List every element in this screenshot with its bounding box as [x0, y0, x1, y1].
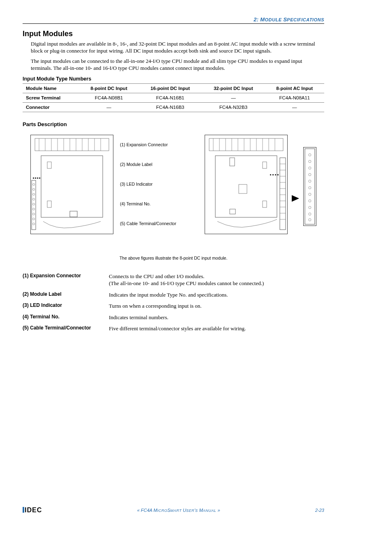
- desc-text: Indicates terminal numbers.: [109, 314, 168, 321]
- svg-point-68: [309, 180, 311, 182]
- footer-center: « FC4A MICROSMART USER'S MANUAL »: [137, 508, 220, 513]
- svg-rect-12: [41, 156, 103, 217]
- svg-rect-46: [230, 209, 235, 214]
- desc-label: (5) Cable Terminal/Connector: [23, 325, 109, 332]
- svg-rect-27: [35, 177, 36, 179]
- cell: FC4A-N08B1: [79, 93, 139, 102]
- svg-point-67: [309, 173, 311, 176]
- svg-point-69: [309, 187, 311, 189]
- intro-para-2: The input modules can be connected to th…: [31, 58, 324, 72]
- footer-text: ANUAL: [203, 509, 217, 513]
- svg-rect-30: [209, 138, 283, 151]
- desc-row: (4) Terminal No. Indicates terminal numb…: [23, 314, 324, 321]
- col-32dc: 32-point DC Input: [202, 83, 265, 93]
- svg-rect-62: [277, 174, 279, 175]
- page-footer: IDEC « FC4A MICROSMART USER'S MANUAL » 2…: [23, 507, 324, 514]
- svg-rect-59: [270, 174, 271, 175]
- svg-point-21: [33, 203, 35, 205]
- svg-point-74: [309, 219, 311, 221]
- desc-line: (The all-in-one 10- and 16-I/O type CPU …: [109, 280, 264, 286]
- parts-description-list: (1) Expansion Connector Connects to the …: [23, 273, 324, 332]
- svg-point-66: [309, 167, 311, 169]
- desc-row: (3) LED Indicator Turns on when a corres…: [23, 302, 324, 310]
- table-row: Screw Terminal FC4A-N08B1 FC4A-N16B1 — F…: [23, 93, 324, 102]
- table-row: Connector — FC4A-N16B3 FC4A-N32B3 —: [23, 102, 324, 112]
- type-numbers-table: Module Name 8-point DC Input 16-point DC…: [23, 83, 324, 112]
- svg-point-72: [309, 206, 311, 209]
- logo-text: IDEC: [25, 507, 42, 514]
- desc-row: (2) Module Label Indicates the input mod…: [23, 291, 324, 299]
- row-name: Connector: [23, 102, 79, 112]
- chapter-rest1: ODULE: [265, 17, 281, 22]
- idec-logo: IDEC: [23, 507, 42, 514]
- table-heading: Input Module Type Numbers: [23, 76, 324, 82]
- module-illustration-right: [205, 135, 288, 234]
- desc-row: (1) Expansion Connector Connects to the …: [23, 273, 324, 287]
- svg-rect-29: [39, 177, 40, 179]
- footer-text: SER: [186, 509, 194, 513]
- svg-point-22: [33, 208, 35, 210]
- svg-rect-0: [35, 138, 109, 151]
- fig-label-3: (3) LED Indicator: [120, 182, 198, 187]
- cell: —: [265, 102, 324, 112]
- chapter-num: 2: M: [254, 16, 265, 23]
- figure-area: (1) Expansion Connector (2) Module Label…: [23, 135, 324, 250]
- figure-caption: The above figures illustrate the 8-point…: [23, 256, 324, 260]
- logo-bar-icon: [23, 507, 24, 513]
- svg-point-18: [33, 188, 35, 190]
- desc-row: (5) Cable Terminal/Connector Five differ…: [23, 325, 324, 332]
- svg-point-24: [33, 218, 35, 220]
- footer-text: « FC4A M: [137, 508, 157, 513]
- svg-point-19: [33, 193, 35, 195]
- svg-rect-45: [263, 201, 267, 207]
- parts-heading: Parts Description: [23, 121, 324, 127]
- svg-rect-16: [32, 180, 36, 230]
- module-illustration-left: [30, 135, 113, 234]
- footer-text: ICRO: [157, 509, 168, 513]
- svg-rect-48: [280, 158, 286, 230]
- row-name: Screw Terminal: [23, 93, 79, 102]
- footer-text: U: [182, 508, 186, 513]
- chapter-rest2: PECIFICATIONS: [287, 17, 324, 22]
- cell: FC4A-N16B1: [138, 93, 202, 102]
- desc-text: Connects to the CPU and other I/O module…: [109, 273, 264, 287]
- footer-text: MART: [171, 509, 182, 513]
- intro-para-1: Digital input modules are available in 8…: [31, 41, 324, 55]
- svg-rect-44: [263, 162, 267, 168]
- svg-point-17: [33, 183, 35, 185]
- svg-point-20: [33, 198, 35, 200]
- section-title: Input Modules: [23, 30, 324, 38]
- footer-text: M: [198, 508, 203, 513]
- svg-rect-42: [215, 156, 277, 217]
- footer-text: S: [167, 508, 170, 513]
- cell: FC4A-N08A11: [265, 93, 324, 102]
- desc-text: Five different terminal/connector styles…: [109, 325, 246, 332]
- svg-point-70: [309, 193, 311, 196]
- svg-rect-47: [239, 184, 247, 193]
- svg-point-71: [309, 200, 311, 202]
- svg-rect-60: [272, 174, 274, 175]
- svg-point-73: [309, 213, 311, 215]
- svg-point-25: [33, 223, 35, 225]
- svg-rect-26: [33, 177, 34, 179]
- fig-label-4: (4) Terminal No.: [120, 201, 198, 206]
- desc-label: (3) LED Indicator: [23, 302, 109, 310]
- desc-line: Connects to the CPU and other I/O module…: [109, 273, 205, 279]
- col-8dc: 8-point DC Input: [79, 83, 139, 93]
- cell: FC4A-N32B3: [202, 102, 265, 112]
- desc-label: (4) Terminal No.: [23, 314, 109, 321]
- svg-rect-43: [230, 158, 235, 166]
- desc-label: (2) Module Label: [23, 291, 109, 299]
- table-header-row: Module Name 8-point DC Input 16-point DC…: [23, 83, 324, 93]
- desc-text: Indicates the input module Type No. and …: [109, 291, 228, 299]
- svg-rect-14: [47, 201, 51, 207]
- arrow-icon: [292, 195, 299, 202]
- cell: —: [79, 102, 139, 112]
- svg-point-23: [33, 213, 35, 215]
- fig-label-5: (5) Cable Terminal/Connector: [120, 221, 198, 226]
- col-16dc: 16-point DC Input: [138, 83, 202, 93]
- page-number: 2-23: [315, 508, 324, 513]
- svg-rect-15: [70, 211, 77, 217]
- cell: FC4A-N16B3: [138, 102, 202, 112]
- svg-point-65: [309, 160, 311, 163]
